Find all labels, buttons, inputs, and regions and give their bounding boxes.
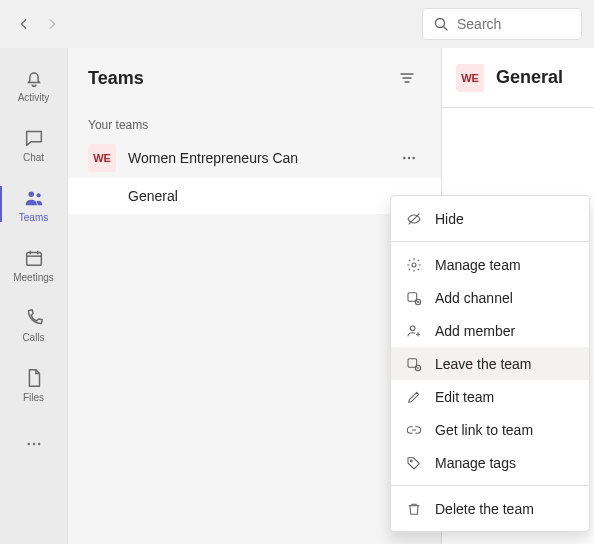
channel-avatar: WE [456,64,484,92]
phone-icon [22,306,46,330]
forward-button[interactable] [40,12,64,36]
menu-add-channel[interactable]: Add channel [391,281,589,314]
rail-label: Files [23,392,44,403]
rail-label: Calls [22,332,44,343]
menu-hide[interactable]: Hide [391,202,589,235]
menu-label: Get link to team [435,422,533,438]
rail-files[interactable]: Files [0,356,68,412]
leave-icon [405,355,423,373]
link-icon [405,421,423,439]
menu-separator [391,485,589,486]
search-icon [433,16,449,32]
teams-header: Teams [68,48,441,108]
teams-icon [22,186,46,210]
channel-title: General [496,67,563,88]
rail-label: Meetings [13,272,54,283]
svg-point-16 [412,157,414,159]
svg-point-9 [32,443,34,445]
teams-title: Teams [88,68,144,89]
svg-point-15 [408,157,410,159]
team-more-button[interactable] [397,146,421,170]
svg-point-3 [36,193,40,197]
menu-label: Manage tags [435,455,516,471]
bell-icon [22,66,46,90]
svg-point-10 [38,443,40,445]
channel-row[interactable]: General [68,178,441,214]
menu-label: Delete the team [435,501,534,517]
add-member-icon [405,322,423,340]
team-context-menu: Hide Manage team Add channel Add member … [390,195,590,532]
menu-separator [391,241,589,242]
nav-arrows [12,12,64,36]
app-rail: Activity Chat Teams Meetings Calls [0,48,68,544]
add-channel-icon [405,289,423,307]
search-input[interactable] [457,16,571,32]
menu-add-member[interactable]: Add member [391,314,589,347]
menu-delete-team[interactable]: Delete the team [391,492,589,525]
menu-edit-team[interactable]: Edit team [391,380,589,413]
menu-label: Edit team [435,389,494,405]
svg-rect-4 [26,252,41,265]
rail-teams[interactable]: Teams [0,176,68,232]
menu-leave-team[interactable]: Leave the team [391,347,589,380]
channel-name: General [128,188,178,204]
teams-panel: Teams Your teams WE Women Entrepreneurs … [68,48,442,544]
title-bar [0,0,594,48]
chat-icon [22,126,46,150]
svg-point-29 [410,460,412,462]
more-icon [25,435,43,453]
team-row[interactable]: WE Women Entrepreneurs Can [68,138,441,178]
rail-activity[interactable]: Activity [0,56,68,112]
trash-icon [405,500,423,518]
menu-label: Manage team [435,257,521,273]
calendar-icon [22,246,46,270]
svg-point-2 [28,191,34,197]
svg-line-1 [444,27,448,31]
section-label: Your teams [68,108,441,138]
menu-manage-team[interactable]: Manage team [391,248,589,281]
svg-point-23 [410,326,415,331]
gear-icon [405,256,423,274]
filter-button[interactable] [393,64,421,92]
rail-label: Activity [18,92,50,103]
menu-get-link[interactable]: Get link to team [391,413,589,446]
menu-manage-tags[interactable]: Manage tags [391,446,589,479]
svg-rect-19 [408,292,417,301]
hide-icon [405,210,423,228]
file-icon [22,366,46,390]
rail-meetings[interactable]: Meetings [0,236,68,292]
svg-rect-26 [408,358,417,367]
rail-chat[interactable]: Chat [0,116,68,172]
rail-more[interactable] [0,424,68,464]
svg-point-18 [412,263,416,267]
rail-label: Teams [19,212,48,223]
menu-label: Add member [435,323,515,339]
menu-label: Hide [435,211,464,227]
svg-point-8 [27,443,29,445]
menu-label: Add channel [435,290,513,306]
filter-icon [399,70,415,86]
channel-header: WE General [442,48,594,108]
svg-point-14 [403,157,405,159]
team-avatar: WE [88,144,116,172]
rail-calls[interactable]: Calls [0,296,68,352]
back-button[interactable] [12,12,36,36]
pencil-icon [405,388,423,406]
menu-label: Leave the team [435,356,532,372]
rail-label: Chat [23,152,44,163]
team-name: Women Entrepreneurs Can [128,150,385,166]
search-box[interactable] [422,8,582,40]
tag-icon [405,454,423,472]
more-icon [401,150,417,166]
